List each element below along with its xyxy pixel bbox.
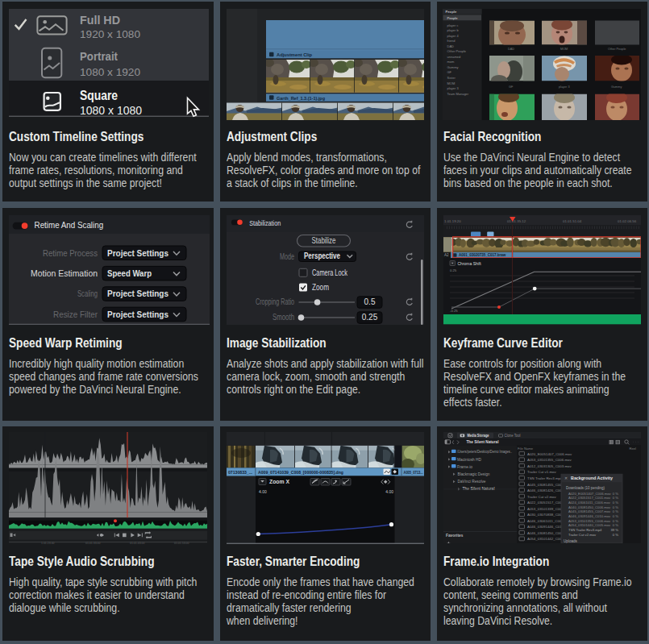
svg-text:Uploads: Uploads [564,539,578,543]
svg-text:Chroma Shift: Chroma Shift [458,261,482,266]
svg-text:1080 x 1080: 1080 x 1080 [80,104,142,117]
svg-text:07130833_...: 07130833_... [228,470,252,475]
svg-text:0 %: 0 % [613,492,618,496]
svg-text:0 %: 0 % [613,523,618,527]
svg-text:/Users/peters/Desktop/Demo Ima: /Users/peters/Desktop/Demo Images.. [457,450,512,454]
svg-text:Trailer Cut v2.mov: Trailer Cut v2.mov [527,495,557,499]
svg-text:Full HD: Full HD [80,14,120,27]
svg-text:A045_03081455_C007.mov: A045_03081455_C007.mov [568,509,611,513]
svg-text:0 %: 0 % [613,496,618,500]
svg-text:TSN Trailer Rev3.mp4: TSN Trailer Rev3.mp4 [527,476,563,480]
svg-text:A053_03101355_C006.mov: A053_03101355_C006.mov [527,458,572,462]
svg-text:A020_E0051407_C006.mov: A020_E0051407_C006.mov [568,492,612,496]
svg-text:Resize Filter: Resize Filter [53,310,98,319]
svg-text:0 %: 0 % [613,519,618,523]
svg-text:Smooth: Smooth [272,313,294,322]
svg-text:Reel: Reel [629,447,636,451]
svg-text:Macintosh HD: Macintosh HD [457,458,482,462]
svg-text:0 %: 0 % [613,514,618,518]
svg-text:A009_07141039_C008_[000000-000: A009_07141039_C008_[000000-000835].dng [258,470,343,475]
svg-text:Sister: Sister [447,76,456,80]
svg-text:Gummy: Gummy [447,65,459,69]
svg-text:DaVinci Resolve: DaVinci Resolve [458,480,486,484]
svg-text:01.01.43.00: 01.01.43.00 [130,542,145,544]
svg-text:Media Storage: Media Storage [468,434,489,438]
svg-text:player 3: player 3 [447,86,460,90]
svg-text:Stabilization: Stabilization [249,218,281,227]
svg-text:A022_03051517_C001.mov: A022_03051517_C001.mov [568,496,611,500]
svg-text:01.02.06.56: 01.02.06.56 [618,219,637,223]
svg-text:mom: mom [447,60,456,64]
svg-text:Zoom: Zoom [312,283,329,292]
svg-text:Favorites: Favorites [446,534,464,538]
svg-text:DAD: DAD [447,44,455,48]
svg-text:Gummy: Gummy [611,85,622,89]
svg-text:Garth_Ref_1.3.(1-1).jpg: Garth_Ref_1.3.(1-1).jpg [277,96,325,101]
svg-text:Mode: Mode [280,252,294,261]
svg-text:player 3: player 3 [559,85,570,89]
svg-text:4.00: 4.00 [385,489,393,494]
svg-text:01.01.35.12: 01.01.35.12 [507,219,526,223]
svg-text:Square: Square [80,89,118,102]
svg-text:A053_03101355_C006.mov: A053_03101355_C006.mov [568,519,611,523]
svg-text:A024_03061011_C006.mov: A024_03061011_C006.mov [568,501,611,505]
svg-text:Trailer Cut v1.mov: Trailer Cut v1.mov [527,470,557,474]
svg-text:GF: GF [447,70,452,74]
svg-text:1.01.23.00: 1.01.23.00 [41,542,55,544]
svg-text:A001_03020735_C017.braw: A001_03020735_C017.braw [459,253,506,257]
svg-text:Retime Process: Retime Process [43,248,98,258]
svg-text:Project Settings: Project Settings [107,289,168,298]
svg-text:Project Settings: Project Settings [107,248,168,258]
svg-text:Cropping Ratio: Cropping Ratio [256,297,294,306]
svg-text:A020_E0051407_C006.mov: A020_E0051407_C006.mov [527,452,572,456]
svg-text:Blackmagic Design: Blackmagic Design [458,472,490,476]
svg-text:Stabilize: Stabilize [312,236,336,245]
svg-text:Camera Lock: Camera Lock [312,268,348,277]
svg-text:39 %: 39 % [610,528,618,532]
svg-text:0.5: 0.5 [364,297,376,306]
svg-text:0 %: 0 % [613,501,618,505]
svg-text:01.01.51.04: 01.01.51.04 [563,219,582,223]
svg-text:Adjustment Clip: Adjustment Clip [277,52,312,57]
svg-text:0.25: 0.25 [450,268,457,272]
svg-text:Frame.io: Frame.io [457,465,472,469]
svg-text:People: People [447,16,459,20]
svg-text:A046_03091446_C010.mov: A046_03091446_C010.mov [568,514,611,518]
svg-text:0.25: 0.25 [362,313,378,322]
svg-text:Scaling: Scaling [77,289,98,298]
svg-text:Project Settings: Project Settings [107,310,168,319]
svg-text:0 %: 0 % [613,509,618,513]
svg-text:4.00: 4.00 [259,489,267,494]
svg-text:player 4: player 4 [447,34,460,38]
svg-text:01.01.33.00: 01.01.33.00 [85,542,101,544]
svg-text:player c: player c [447,23,459,27]
svg-text:A040_03081450_C006.mov: A040_03081450_C006.mov [568,505,611,509]
svg-text:1080 x 1920: 1080 x 1920 [80,66,140,78]
svg-text:friend: friend [447,39,456,43]
svg-text:Downloads (10 pending): Downloads (10 pending) [566,486,605,490]
svg-text:MOM: MOM [447,81,456,85]
svg-text:Other People: Other People [447,49,467,53]
svg-text:The Silent Natural: The Silent Natural [467,439,500,444]
svg-text:GF: GF [509,85,514,89]
svg-text:player b: player b [447,28,460,32]
svg-text:✕: ✕ [564,476,568,480]
svg-text:0 %: 0 % [613,505,618,509]
svg-text:unnamed: unnamed [447,55,461,59]
svg-text:1.01.19.20: 1.01.19.20 [444,219,461,223]
svg-text:DAD: DAD [508,48,514,51]
svg-text:People: People [446,10,457,14]
svg-text:Perspective: Perspective [304,251,340,260]
svg-text:0 %: 0 % [613,533,618,537]
svg-text:Clone Tool: Clone Tool [505,434,521,438]
svg-text:Trailer Cut v2.mov: Trailer Cut v2.mov [568,533,597,537]
svg-text:Portrait: Portrait [80,50,118,63]
svg-text:A054_03101440_C005.mov: A054_03101440_C005.mov [568,523,611,527]
svg-text:A005_0713...: A005_0713... [404,470,423,475]
svg-text:Speed Warp: Speed Warp [107,268,152,278]
svg-text:01.01.53.00: 01.01.53.00 [174,542,189,544]
svg-text:TSN Trailer Rev3.mp4: TSN Trailer Rev3.mp4 [568,528,602,532]
svg-text:MOM: MOM [560,48,568,51]
svg-text:A012_03031305_C003.mov: A012_03031305_C003.mov [527,464,572,468]
svg-text:Zoom X: Zoom X [269,479,290,484]
